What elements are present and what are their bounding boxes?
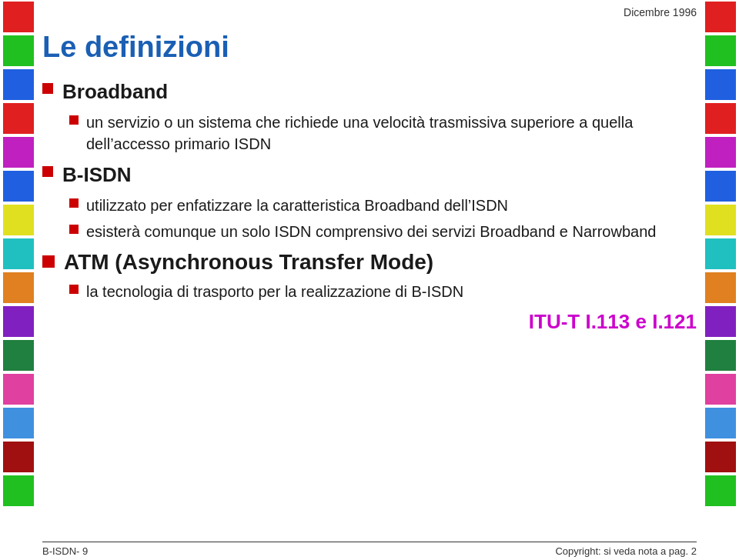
atm-label: ATM (Asynchronous Transfer Mode): [64, 250, 433, 275]
bullet-square-bisdn: [42, 166, 53, 177]
sq-r1: [705, 2, 736, 32]
header-date: Dicembre 1996: [624, 6, 697, 18]
atm-sub1: la tecnologia di trasporto per la realiz…: [69, 281, 697, 302]
item-atm: ATM (Asynchronous Transfer Mode): [42, 250, 697, 275]
broadband-sub1: un servizio o un sistema che richiede un…: [69, 112, 697, 155]
sq-l11: [3, 340, 34, 371]
footer-left: B-ISDN- 9: [42, 545, 88, 557]
sq-l3: [3, 69, 34, 100]
main-content: Le definizioni Broadband un servizio o u…: [42, 23, 697, 533]
bullet-square-broadband: [42, 83, 53, 94]
sq-r5: [705, 137, 736, 168]
left-color-strip: [0, 0, 38, 560]
sq-r8: [705, 238, 736, 269]
itu-reference: ITU-T I.113 e I.121: [42, 310, 697, 334]
sq-l2: [3, 35, 34, 66]
bullet-sq-broadband-sub1: [69, 115, 79, 125]
bullet-square-atm: [42, 255, 55, 268]
sq-r4: [705, 103, 736, 134]
sq-r12: [705, 374, 736, 405]
bullet-sq-bisdn-sub2: [69, 225, 79, 234]
sq-l5: [3, 137, 34, 168]
sq-l14: [3, 442, 34, 472]
sq-r14: [705, 442, 736, 472]
bisdn-sub1-text: utilizzato per enfatizzare la caratteris…: [86, 195, 508, 216]
bisdn-sub2: esisterà comunque un solo ISDN comprensi…: [69, 221, 697, 242]
broadband-sub1-text: un servizio o un sistema che richiede un…: [86, 112, 697, 155]
sq-l13: [3, 408, 34, 438]
sq-l4: [3, 103, 34, 134]
sq-r9: [705, 272, 736, 303]
item-bisdn: B-ISDN: [42, 162, 697, 188]
sq-l10: [3, 306, 34, 337]
sq-l1: [3, 2, 34, 32]
item-broadband: Broadband: [42, 79, 697, 105]
page-title: Le definizioni: [42, 31, 697, 64]
sq-l7: [3, 205, 34, 235]
bisdn-sub2-text: esisterà comunque un solo ISDN comprensi…: [86, 221, 656, 242]
bullet-sq-bisdn-sub1: [69, 198, 79, 208]
footer: B-ISDN- 9 Copyright: si veda nota a pag.…: [42, 542, 697, 560]
atm-sub1-text: la tecnologia di trasporto per la realiz…: [86, 281, 463, 302]
sq-r11: [705, 340, 736, 371]
sq-r13: [705, 408, 736, 438]
sq-l12: [3, 374, 34, 405]
sq-l6: [3, 171, 34, 202]
sq-r15: [705, 475, 736, 506]
footer-right: Copyright: si veda nota a pag. 2: [555, 545, 697, 557]
sq-l15: [3, 475, 34, 506]
sq-l9: [3, 272, 34, 303]
sq-r2: [705, 35, 736, 66]
sq-r10: [705, 306, 736, 337]
bisdn-sub1: utilizzato per enfatizzare la caratteris…: [69, 195, 697, 216]
sq-l8: [3, 238, 34, 269]
bullet-sq-atm-sub1: [69, 285, 79, 294]
right-color-strip: [701, 0, 739, 560]
sq-r7: [705, 205, 736, 235]
broadband-label: Broadband: [62, 79, 168, 105]
sq-r3: [705, 69, 736, 100]
bisdn-label: B-ISDN: [62, 162, 132, 188]
sq-r6: [705, 171, 736, 202]
